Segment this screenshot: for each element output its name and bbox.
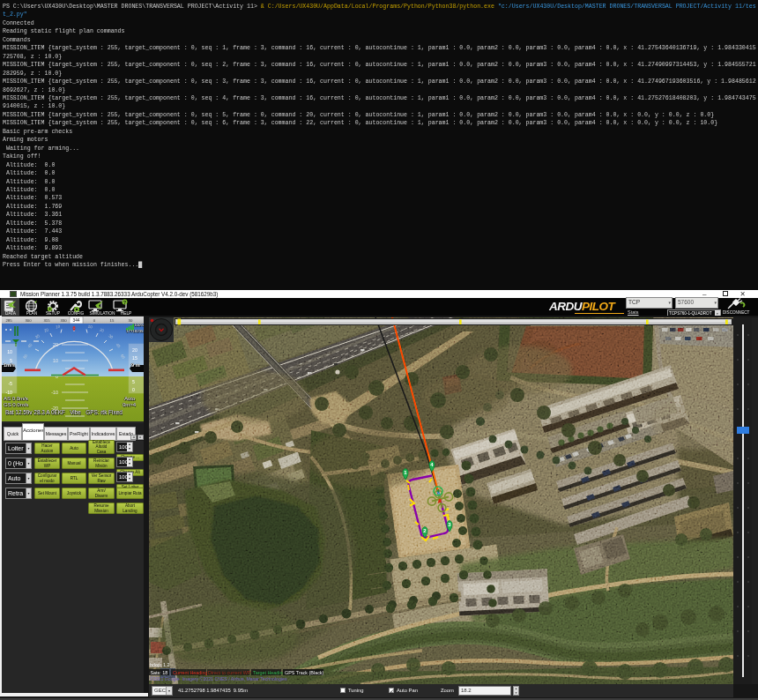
svg-text:hdop: 1.2: hdop: 1.2 <box>150 662 169 667</box>
svg-text:315: 315 <box>43 318 50 323</box>
svg-text:344: 344 <box>72 318 79 323</box>
svg-text:-5: -5 <box>8 381 12 386</box>
svg-text:Direct to current WP: Direct to current WP <box>208 670 251 675</box>
svg-text:0: 0 <box>132 387 135 392</box>
svg-text:Current Heading: Current Heading <box>173 670 208 675</box>
svg-text:30: 30 <box>129 318 133 323</box>
svg-text:20: 20 <box>53 342 58 347</box>
svg-text:10: 10 <box>7 349 12 354</box>
svg-text:300: 300 <box>25 318 32 323</box>
svg-text:Target Heading: Target Heading <box>253 670 286 675</box>
svg-text:330: 330 <box>60 318 67 323</box>
svg-text:10: 10 <box>53 358 58 363</box>
svg-text:20: 20 <box>132 347 137 353</box>
svg-text:285: 285 <box>5 318 12 323</box>
svg-text:15: 15 <box>132 355 137 361</box>
svg-text:GPS Track (Black): GPS Track (Black) <box>285 670 324 675</box>
svg-text:©2021 Google Imagery ©2021 CN: ©2021 Google Imagery ©2021 CNES / Airbus… <box>150 676 287 681</box>
svg-text:-10: -10 <box>6 390 13 395</box>
svg-text:5: 5 <box>132 379 135 384</box>
svg-text:Sats: 18: Sats: 18 <box>151 670 168 675</box>
svg-text:-10: -10 <box>51 390 58 395</box>
svg-text:15: 15 <box>110 318 115 323</box>
